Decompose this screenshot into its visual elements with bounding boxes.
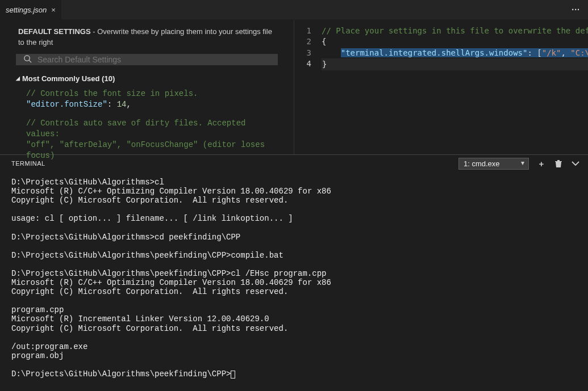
- panel-tab-terminal[interactable]: TERMINAL: [11, 160, 45, 167]
- default-settings-search[interactable]: [16, 54, 278, 65]
- default-settings-header: DEFAULT SETTINGS - Overwrite these by pl…: [0, 20, 294, 54]
- chevron-down-icon[interactable]: [571, 159, 580, 168]
- new-terminal-icon[interactable]: +: [537, 159, 546, 169]
- user-settings-pane: 1 2 3 4 // Place your settings in this f…: [294, 20, 588, 154]
- default-settings-title: DEFAULT SETTINGS: [18, 27, 91, 36]
- comment-line: // Controls the font size in pixels.: [26, 89, 198, 98]
- tab-bar: settings.json × ···: [0, 0, 588, 20]
- terminal-cursor: [231, 371, 235, 379]
- line-number: 3: [294, 48, 311, 58]
- tab-settings-json[interactable]: settings.json ×: [0, 0, 61, 19]
- section-label: Most Commonly Used (10): [22, 74, 115, 83]
- default-settings-code[interactable]: // Controls the font size in pixels. "ed…: [0, 83, 294, 161]
- json-key: "editor.fontSize": [26, 100, 107, 109]
- default-settings-pane: DEFAULT SETTINGS - Overwrite these by pl…: [0, 20, 294, 154]
- line-number: 1: [294, 26, 311, 36]
- terminal-output[interactable]: D:\Projects\GitHub\Algorithms>cl Microso…: [0, 172, 588, 391]
- json-value: 14: [117, 100, 127, 109]
- section-most-commonly-used[interactable]: ◢ Most Commonly Used (10): [0, 69, 294, 83]
- line-gutter: 1 2 3 4: [294, 20, 322, 154]
- panel: TERMINAL 1: cmd.exe + D:\Projects\GitHub…: [0, 154, 588, 391]
- json-key: "terminal.integrated.shellArgs.windows": [341, 48, 528, 57]
- panel-actions: 1: cmd.exe +: [458, 158, 580, 170]
- user-settings-code[interactable]: // Place your settings in this file to o…: [322, 20, 588, 154]
- editor-split: DEFAULT SETTINGS - Overwrite these by pl…: [0, 20, 588, 154]
- close-icon[interactable]: ×: [51, 6, 56, 14]
- terminal-text: D:\Projects\GitHub\Algorithms>cl Microso…: [11, 178, 331, 379]
- svg-point-0: [24, 56, 30, 61]
- terminal-select[interactable]: 1: cmd.exe: [458, 158, 529, 170]
- more-menu-icon[interactable]: ···: [564, 5, 588, 14]
- chevron-down-icon: ◢: [16, 75, 20, 81]
- code-brace: {: [322, 37, 326, 46]
- svg-line-1: [29, 60, 31, 62]
- kill-terminal-icon[interactable]: [554, 159, 563, 168]
- panel-header: TERMINAL 1: cmd.exe +: [0, 155, 588, 172]
- search-icon: [23, 54, 32, 65]
- line-number: 2: [294, 36, 311, 47]
- comment-line: // Place your settings in this file to o…: [322, 26, 588, 35]
- line-number: 4: [294, 58, 311, 69]
- tab-label: settings.json: [6, 6, 47, 14]
- search-input[interactable]: [37, 55, 270, 64]
- comment-line: // Controls auto save of dirty files. Ac…: [26, 119, 245, 138]
- code-brace: }: [322, 60, 327, 69]
- terminal-select-wrap[interactable]: 1: cmd.exe: [458, 158, 529, 170]
